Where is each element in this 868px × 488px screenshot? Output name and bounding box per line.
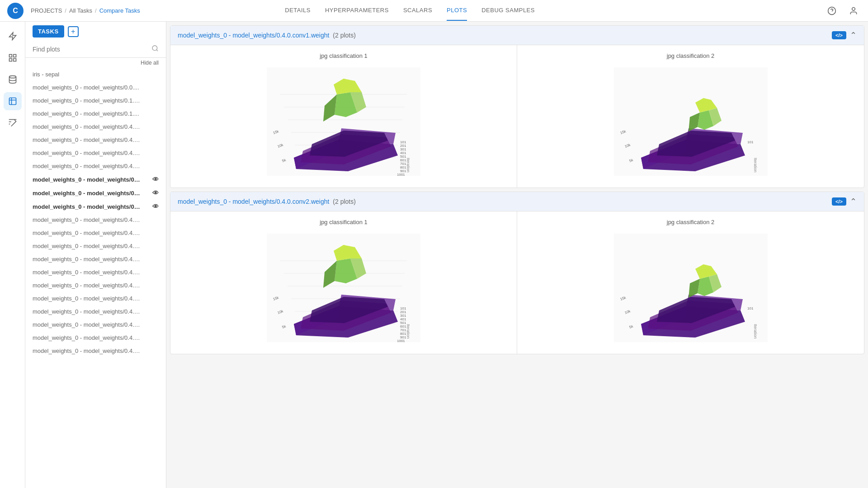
eye-icon[interactable]: 👁 xyxy=(152,203,159,210)
embed-button[interactable]: </> xyxy=(832,197,846,206)
hide-all-button[interactable]: Hide all xyxy=(25,58,166,68)
svg-text:8: 8 xyxy=(355,175,357,176)
svg-text:101: 101 xyxy=(747,140,754,144)
plot-list-item[interactable]: model_weights_0 - model_weights/0.4.0... xyxy=(25,146,166,160)
plot-section-title: model_weights_0 - model_weights/0.4.0.co… xyxy=(178,32,356,39)
eye-icon[interactable]: 👁 xyxy=(152,189,159,197)
plot-list: iris - sepalmodel_weights_0 - model_weig… xyxy=(25,68,166,475)
help-icon[interactable] xyxy=(825,4,839,18)
chart-container: 5k 10k 15k 101 201 301 401 501 601 701 8… xyxy=(178,63,509,180)
svg-point-2 xyxy=(852,7,855,10)
chart-container: 5k 10k 15k 101 201 301 401 501 601 701 8… xyxy=(178,229,509,347)
svg-text:5: 5 xyxy=(321,342,323,342)
plot-cell: jpg classification 2 101 Iteration 5k 10… xyxy=(517,45,864,188)
svg-text:Iteration: Iteration xyxy=(406,324,410,339)
plot-list-item[interactable]: model_weights_0 - model_weights/0.4.1... xyxy=(25,279,166,292)
plot-list-item[interactable]: model_weights_0 - model_weights/0.4.1... xyxy=(25,213,166,226)
plot-list-item[interactable]: model_weights_0 - model_weights/0.4.1... xyxy=(25,239,166,253)
plot-list-item[interactable]: model_weights_0 - model_weights/0.4.2... xyxy=(25,305,166,318)
search-icon[interactable] xyxy=(151,45,159,54)
collapse-button[interactable]: ⌃ xyxy=(850,30,857,40)
logo: C xyxy=(7,3,24,19)
plot-list-item[interactable]: model_weights_0 - model_weights/0.4.1... xyxy=(25,266,166,279)
plot-list-item[interactable]: model_weights_0 - model_weights/0.4.2... xyxy=(25,318,166,331)
plot-list-item[interactable]: model_weights_0 - model_weights/0.4.2... xyxy=(25,344,166,357)
collapse-button[interactable]: ⌃ xyxy=(850,197,857,206)
sidebar-icon-datasets[interactable] xyxy=(4,49,22,67)
svg-text:Iteration: Iteration xyxy=(753,158,758,173)
svg-text:0: 0 xyxy=(314,175,316,176)
plot-cell: jpg classification 2 101 Iteration 5k 10… xyxy=(517,211,864,354)
plot-count: (2 plots) xyxy=(333,32,356,39)
plot-item-label: model_weights_0 - model_weights/0.4.0... xyxy=(33,176,141,183)
breadcrumb-alltasks[interactable]: All Tasks xyxy=(69,7,92,14)
svg-text:1: 1 xyxy=(382,175,384,176)
plot-section-actions: </> ⌃ xyxy=(832,197,857,206)
tab-scalars[interactable]: SCALARS xyxy=(403,0,432,21)
plot-list-item[interactable]: model_weights_0 - model_weights/0.4.1... xyxy=(25,253,166,266)
svg-text:15: 15 xyxy=(335,342,338,342)
main-content: model_weights_0 - model_weights/0.4.0.co… xyxy=(166,22,868,488)
plot-list-item[interactable]: model_weights_0 - model_weights/0.1.b... xyxy=(25,94,166,107)
plot-list-item[interactable]: model_weights_0 - model_weights/0.1.... xyxy=(25,107,166,120)
eye-icon[interactable]: 👁 xyxy=(152,176,159,183)
plot-title: jpg classification 2 xyxy=(667,52,715,59)
svg-text:10: 10 xyxy=(328,342,331,342)
breadcrumb-current: Compare Tasks xyxy=(99,7,140,14)
search-input[interactable] xyxy=(33,46,148,53)
svg-rect-6 xyxy=(13,59,16,61)
tasks-button[interactable]: TASKS xyxy=(33,25,64,38)
plot-count: (2 plots) xyxy=(333,198,356,205)
left-sidebar xyxy=(0,22,25,488)
plot-list-item[interactable]: iris - sepal xyxy=(25,68,166,81)
chart-container: 101 Iteration 5k 10k 15k xyxy=(524,63,857,180)
plot-list-item[interactable]: model_weights_0 - model_weights/0.4.0...… xyxy=(25,186,166,200)
plot-section: model_weights_0 - model_weights/0.4.0.co… xyxy=(170,25,864,188)
tab-details[interactable]: DETAILS xyxy=(285,0,311,21)
tab-plots[interactable]: PLOTS xyxy=(447,0,467,21)
plot-item-label: model_weights_0 - model_weights/0.4.0... xyxy=(33,150,141,156)
plot-list-item[interactable]: model_weights_0 - model_weights/0.4.0...… xyxy=(25,173,166,186)
sidebar-icon-models[interactable] xyxy=(4,70,22,89)
sidebar-icon-orchestration[interactable] xyxy=(4,27,22,45)
plot-list-item[interactable]: model_weights_0 - model_weights/0.0.... xyxy=(25,81,166,94)
plot-list-item[interactable]: model_weights_0 - model_weights/0.4.2... xyxy=(25,331,166,344)
svg-text:4: 4 xyxy=(368,175,370,176)
plot-title: jpg classification 2 xyxy=(667,219,715,225)
plot-item-label: model_weights_0 - model_weights/0.4.2... xyxy=(33,295,141,302)
tasks-plus-button[interactable]: + xyxy=(68,26,79,37)
user-avatar[interactable] xyxy=(846,4,861,18)
svg-rect-4 xyxy=(9,55,12,57)
chart-container: 101 Iteration 5k 10k 15k xyxy=(524,229,857,347)
plot-item-label: model_weights_0 - model_weights/0.4.2... xyxy=(33,347,141,354)
embed-button[interactable]: </> xyxy=(832,31,846,39)
breadcrumb-sep2: / xyxy=(95,7,97,14)
tasks-bar: TASKS + xyxy=(25,22,166,41)
plot-item-label: model_weights_0 - model_weights/0.0.... xyxy=(33,84,139,91)
plot-list-item[interactable]: model_weights_0 - model_weights/0.4.1...… xyxy=(25,200,166,213)
plot-list-item[interactable]: model_weights_0 - model_weights/0.4.1... xyxy=(25,226,166,239)
breadcrumb-projects[interactable]: PROJECTS xyxy=(31,7,62,14)
plot-section-header: model_weights_0 - model_weights/0.4.0.co… xyxy=(170,26,864,45)
svg-text:20: 20 xyxy=(341,342,345,342)
plot-list-item[interactable]: model_weights_0 - model_weights/0.4.0... xyxy=(25,160,166,173)
svg-text:101: 101 xyxy=(747,306,754,310)
plot-item-label: model_weights_0 - model_weights/0.4.0... xyxy=(33,136,141,143)
plot-section: model_weights_0 - model_weights/0.4.0.co… xyxy=(170,192,864,354)
svg-text:0: 0 xyxy=(314,342,316,342)
plot-list-item[interactable]: model_weights_0 - model_weights/0.4.0... xyxy=(25,120,166,133)
svg-rect-5 xyxy=(13,55,16,57)
plot-item-label: model_weights_0 - model_weights/0.4.1... xyxy=(33,216,141,223)
tab-debug-samples[interactable]: DEBUG SAMPLES xyxy=(481,0,535,21)
tab-hyperparameters[interactable]: HYPERPARAMETERS xyxy=(325,0,389,21)
plot-item-label: model_weights_0 - model_weights/0.4.2... xyxy=(33,334,141,341)
svg-text:4: 4 xyxy=(368,342,370,342)
search-bar xyxy=(25,41,166,58)
svg-text:6: 6 xyxy=(362,175,363,176)
plot-list-item[interactable]: model_weights_0 - model_weights/0.4.2... xyxy=(25,292,166,305)
sidebar-icon-experiments[interactable] xyxy=(4,92,22,110)
sidebar-icon-pipelines[interactable] xyxy=(4,114,22,132)
plot-item-label: model_weights_0 - model_weights/0.4.1... xyxy=(33,256,141,263)
plot-list-item[interactable]: model_weights_0 - model_weights/0.4.0... xyxy=(25,133,166,146)
svg-text:2: 2 xyxy=(375,342,377,342)
